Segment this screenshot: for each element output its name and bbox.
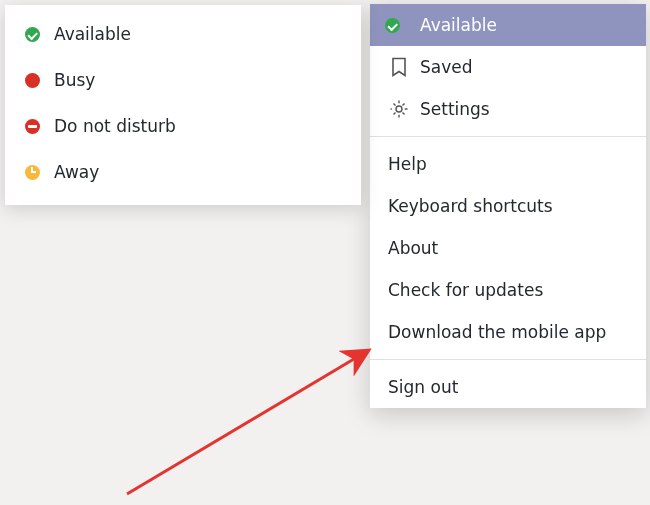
menu-item-settings[interactable]: Settings <box>370 88 646 130</box>
menu-item-label: Check for updates <box>388 280 543 300</box>
profile-menu: Available Saved Settings Help Keyboard s… <box>370 4 646 408</box>
status-option-available[interactable]: Available <box>5 11 361 57</box>
menu-item-keyboard-shortcuts[interactable]: Keyboard shortcuts <box>370 185 646 227</box>
status-available-icon <box>388 14 410 36</box>
status-dnd-icon <box>25 119 40 134</box>
menu-separator <box>370 136 646 137</box>
status-option-dnd[interactable]: Do not disturb <box>5 103 361 149</box>
status-submenu: Available Busy Do not disturb Away <box>5 5 361 205</box>
status-available-icon <box>25 27 40 42</box>
menu-item-status[interactable]: Available <box>370 4 646 46</box>
menu-separator <box>370 359 646 360</box>
menu-item-label: Keyboard shortcuts <box>388 196 553 216</box>
menu-item-label: Sign out <box>388 377 458 397</box>
menu-item-signout[interactable]: Sign out <box>370 366 646 408</box>
svg-point-0 <box>396 106 402 112</box>
menu-item-download-mobile[interactable]: Download the mobile app <box>370 311 646 353</box>
svg-line-1 <box>127 353 364 494</box>
menu-item-label: Download the mobile app <box>388 322 606 342</box>
menu-item-label: Available <box>420 15 497 35</box>
menu-item-label: Saved <box>420 57 473 77</box>
menu-item-label: Settings <box>420 99 490 119</box>
status-busy-icon <box>25 73 40 88</box>
menu-item-saved[interactable]: Saved <box>370 46 646 88</box>
status-option-away[interactable]: Away <box>5 149 361 195</box>
menu-item-label: Help <box>388 154 427 174</box>
bookmark-icon <box>388 56 410 78</box>
menu-item-check-updates[interactable]: Check for updates <box>370 269 646 311</box>
gear-icon <box>388 98 410 120</box>
status-option-label: Do not disturb <box>54 116 176 136</box>
status-option-busy[interactable]: Busy <box>5 57 361 103</box>
menu-item-help[interactable]: Help <box>370 143 646 185</box>
status-option-label: Busy <box>54 70 95 90</box>
status-away-icon <box>25 165 40 180</box>
status-option-label: Available <box>54 24 131 44</box>
menu-item-about[interactable]: About <box>370 227 646 269</box>
menu-item-label: About <box>388 238 438 258</box>
status-option-label: Away <box>54 162 99 182</box>
